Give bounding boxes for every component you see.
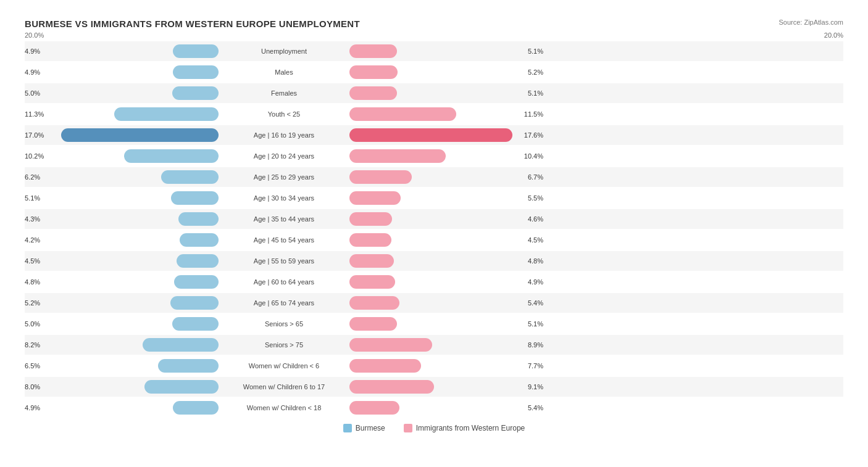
bar-left-section: 17.0% — [25, 125, 222, 145]
bar-label: Women w/ Children 6 to 17 — [222, 383, 346, 391]
right-value: 6.7% — [528, 173, 543, 181]
bar-left-section: 8.2% — [25, 335, 222, 355]
bar-blue — [174, 275, 219, 289]
bar-right-section: 4.9% — [346, 272, 543, 292]
bar-label: Age | 55 to 59 years — [222, 257, 346, 265]
bar-right-section: 5.4% — [346, 398, 543, 418]
bar-left-section: 6.5% — [25, 356, 222, 376]
bar-pink — [349, 359, 421, 373]
bar-left-section: 5.2% — [25, 293, 222, 313]
bar-pink — [349, 149, 446, 163]
axis-right-label: 20.0% — [646, 31, 843, 39]
bar-left-section: 5.1% — [25, 188, 222, 208]
bar-pink — [349, 338, 432, 352]
chart-title: BURMESE VS IMMIGRANTS FROM WESTERN EUROP… — [25, 19, 360, 29]
bar-right-section: 4.5% — [346, 230, 543, 250]
bar-pink — [349, 86, 397, 100]
right-value: 8.9% — [528, 341, 543, 349]
left-value: 10.2% — [25, 152, 44, 160]
axis-left-label: 20.0% — [25, 31, 222, 39]
legend-burmese-label: Burmese — [356, 424, 385, 432]
bar-right-section: 5.1% — [346, 41, 543, 61]
legend-immigrants: Immigrants from Western Europe — [404, 424, 525, 432]
right-value: 11.5% — [524, 110, 543, 118]
bar-row: 5.0% Females 5.1% — [25, 83, 843, 103]
bar-blue — [114, 107, 219, 121]
bar-left-section: 6.2% — [25, 167, 222, 187]
left-value: 6.5% — [25, 362, 40, 370]
bar-row: 4.9% Males 5.2% — [25, 62, 843, 82]
bar-pink — [349, 296, 399, 310]
legend-immigrants-box — [404, 424, 412, 432]
bar-blue — [161, 170, 219, 184]
chart-source: Source: ZipAtlas.com — [778, 19, 843, 26]
left-value: 4.2% — [25, 236, 40, 244]
bar-left-section: 4.8% — [25, 272, 222, 292]
right-value: 4.6% — [528, 215, 543, 223]
bar-right-section: 5.1% — [346, 83, 543, 103]
bar-pink — [349, 107, 456, 121]
bar-row: 5.1% Age | 30 to 34 years 5.5% — [25, 188, 843, 208]
bar-blue — [61, 128, 219, 142]
bar-pink — [349, 65, 398, 79]
bar-label: Age | 25 to 29 years — [222, 173, 346, 181]
bars-container: 4.9% Unemployment 5.1% 4.9% Males 5.2% 5… — [25, 41, 843, 418]
bar-blue — [143, 338, 219, 352]
bar-row: 4.9% Unemployment 5.1% — [25, 41, 843, 61]
bar-row: 17.0% Age | 16 to 19 years 17.6% — [25, 125, 843, 145]
legend-burmese: Burmese — [343, 424, 385, 432]
right-value: 4.8% — [528, 257, 543, 265]
bar-row: 4.8% Age | 60 to 64 years 4.9% — [25, 272, 843, 292]
legend: Burmese Immigrants from Western Europe — [25, 424, 843, 432]
bar-pink — [349, 233, 391, 247]
left-value: 5.0% — [25, 89, 40, 97]
bar-blue — [171, 191, 219, 205]
bar-label: Seniors > 75 — [222, 341, 346, 349]
bar-row: 5.2% Age | 65 to 74 years 5.4% — [25, 293, 843, 313]
axis-labels: 20.0% 20.0% — [25, 31, 843, 41]
bar-row: 4.3% Age | 35 to 44 years 4.6% — [25, 209, 843, 229]
right-value: 5.1% — [528, 320, 543, 328]
bar-right-section: 9.1% — [346, 377, 543, 397]
left-value: 8.0% — [25, 383, 40, 391]
bar-blue — [180, 233, 219, 247]
bar-row: 10.2% Age | 20 to 24 years 10.4% — [25, 146, 843, 166]
bar-blue — [177, 254, 219, 268]
bar-row: 8.0% Women w/ Children 6 to 17 9.1% — [25, 377, 843, 397]
bar-row: 5.0% Seniors > 65 5.1% — [25, 314, 843, 334]
bar-right-section: 10.4% — [346, 146, 543, 166]
left-value: 4.5% — [25, 257, 40, 265]
bar-row: 8.2% Seniors > 75 8.9% — [25, 335, 843, 355]
bar-left-section: 5.0% — [25, 314, 222, 334]
bar-row: 4.2% Age | 45 to 54 years 4.5% — [25, 230, 843, 250]
bar-left-section: 4.3% — [25, 209, 222, 229]
bar-left-section: 4.9% — [25, 398, 222, 418]
bar-label: Women w/ Children < 6 — [222, 362, 346, 370]
right-value: 5.4% — [528, 404, 543, 411]
left-value: 4.3% — [25, 215, 40, 223]
legend-burmese-box — [343, 424, 352, 432]
bar-label: Unemployment — [222, 48, 346, 55]
bar-right-section: 5.4% — [346, 293, 543, 313]
bar-right-section: 11.5% — [346, 104, 543, 124]
bar-label: Females — [222, 89, 346, 97]
bar-right-section: 4.6% — [346, 209, 543, 229]
bar-blue — [170, 296, 219, 310]
bar-right-section: 6.7% — [346, 167, 543, 187]
bar-pink — [349, 317, 397, 331]
bar-blue — [173, 401, 219, 415]
right-value: 4.9% — [528, 278, 543, 286]
legend-immigrants-label: Immigrants from Western Europe — [416, 424, 525, 432]
bar-label: Youth < 25 — [222, 110, 346, 118]
bar-blue — [178, 212, 219, 226]
bar-left-section: 4.5% — [25, 251, 222, 271]
bar-label: Males — [222, 68, 346, 76]
chart-area: 20.0% 20.0% 4.9% Unemployment 5.1% 4.9% … — [25, 31, 843, 432]
left-value: 4.8% — [25, 278, 40, 286]
left-value: 5.0% — [25, 320, 40, 328]
right-value: 5.1% — [528, 48, 543, 55]
bar-right-section: 4.8% — [346, 251, 543, 271]
left-value: 4.9% — [25, 48, 40, 55]
bar-left-section: 4.9% — [25, 62, 222, 82]
bar-label: Age | 16 to 19 years — [222, 131, 346, 139]
